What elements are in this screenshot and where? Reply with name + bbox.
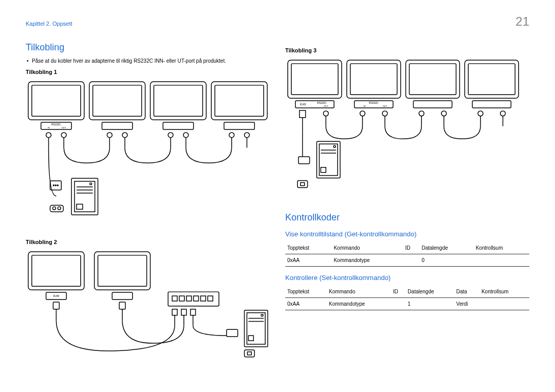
td xyxy=(391,298,406,310)
table-set-command: Topptekst Kommando ID Datalengde Data Ko… xyxy=(285,286,529,310)
td: Kommandotype xyxy=(327,298,391,310)
svg-rect-49 xyxy=(112,292,133,300)
td: 1 xyxy=(405,298,454,310)
td: 0 xyxy=(419,254,473,267)
th: Topptekst xyxy=(285,286,327,298)
th: Kommando xyxy=(327,286,391,298)
subheading-tilkobling-2: Tilkobling 2 xyxy=(26,239,270,245)
rj45-label: RJ45 xyxy=(53,295,60,297)
subheading-tilkobling-3: Tilkobling 3 xyxy=(285,47,529,53)
heading-tilkobling: Tilkobling xyxy=(26,42,270,53)
svg-rect-74 xyxy=(288,60,342,98)
svg-point-17 xyxy=(168,133,173,138)
svg-rect-0 xyxy=(28,82,84,120)
svg-rect-99 xyxy=(468,64,515,95)
svg-rect-66 xyxy=(245,310,268,347)
svg-rect-55 xyxy=(187,296,192,301)
svg-point-5 xyxy=(61,133,66,138)
svg-point-3 xyxy=(46,133,51,138)
svg-rect-108 xyxy=(319,144,338,175)
svg-rect-8 xyxy=(93,85,142,116)
heading-set-command: Kontrollere (Set-kontrollkommando) xyxy=(285,274,529,282)
svg-point-87 xyxy=(360,111,365,116)
diagram-tilkobling-2: RJ45 xyxy=(26,249,270,366)
svg-rect-63 xyxy=(191,309,196,315)
chapter-label: Kapittel 2. Oppsett xyxy=(26,21,529,27)
svg-rect-53 xyxy=(172,296,177,301)
svg-rect-7 xyxy=(89,82,145,120)
svg-text:RS232C: RS232C xyxy=(369,102,379,104)
svg-point-10 xyxy=(107,133,112,138)
svg-point-94 xyxy=(419,111,424,116)
page-number: 21 xyxy=(515,14,529,29)
svg-rect-9 xyxy=(102,122,132,129)
th: Datalengde xyxy=(419,242,473,254)
in-label: IN xyxy=(48,126,50,129)
svg-rect-77 xyxy=(300,110,306,118)
svg-point-68 xyxy=(261,314,263,316)
svg-rect-16 xyxy=(163,122,193,129)
svg-point-29 xyxy=(53,185,54,186)
port-label: RS232C xyxy=(51,123,61,126)
td: 0xAA xyxy=(285,298,327,310)
heading-kontrollkoder: Kontrollkoder xyxy=(285,212,529,223)
heading-get-command: Vise kontrolltilstand (Get-kontrollkomma… xyxy=(285,230,529,238)
svg-rect-67 xyxy=(247,313,265,344)
svg-rect-41 xyxy=(77,204,83,209)
th: Datalengde xyxy=(405,286,454,298)
svg-rect-82 xyxy=(350,64,397,95)
td: Verdi xyxy=(454,298,479,310)
diagram-tilkobling-1: RS232C IN OUT xyxy=(26,79,270,227)
rj45-label: RJ45 xyxy=(300,103,306,106)
svg-rect-45 xyxy=(53,302,59,309)
svg-rect-36 xyxy=(75,181,95,212)
svg-rect-48 xyxy=(98,255,147,286)
th: Kontrollsum xyxy=(479,286,529,298)
svg-point-79 xyxy=(323,111,328,116)
svg-rect-98 xyxy=(465,60,519,98)
svg-rect-1 xyxy=(32,85,81,116)
svg-text:OUT: OUT xyxy=(383,105,387,107)
th: ID xyxy=(403,242,419,254)
svg-point-12 xyxy=(122,133,127,138)
svg-rect-114 xyxy=(301,182,305,185)
svg-rect-43 xyxy=(32,255,81,286)
svg-point-37 xyxy=(90,183,92,185)
th: Kontrollsum xyxy=(474,242,529,254)
svg-rect-58 xyxy=(208,296,213,301)
svg-rect-15 xyxy=(154,85,202,116)
svg-rect-32 xyxy=(50,205,64,212)
content-columns: Tilkobling Påse at du kobler hver av ada… xyxy=(26,42,529,374)
svg-rect-75 xyxy=(291,64,338,95)
svg-rect-91 xyxy=(406,60,460,98)
svg-rect-107 xyxy=(317,141,340,178)
svg-point-33 xyxy=(52,207,55,210)
svg-rect-61 xyxy=(181,309,187,315)
svg-point-26 xyxy=(245,133,250,138)
td: 0xAA xyxy=(285,254,331,267)
svg-point-30 xyxy=(55,185,56,186)
td xyxy=(403,254,419,267)
svg-rect-113 xyxy=(298,180,308,188)
svg-rect-42 xyxy=(28,252,84,290)
svg-point-31 xyxy=(57,185,58,186)
svg-text:IN: IN xyxy=(363,105,365,107)
th: Data xyxy=(454,286,479,298)
th: Kommando xyxy=(331,242,403,254)
svg-rect-112 xyxy=(321,167,326,173)
svg-rect-22 xyxy=(215,85,264,116)
svg-point-19 xyxy=(183,133,189,138)
svg-point-103 xyxy=(501,111,506,116)
svg-point-101 xyxy=(478,111,483,116)
svg-rect-93 xyxy=(413,101,452,108)
subheading-tilkobling-1: Tilkobling 1 xyxy=(26,69,270,75)
out-label: OUT xyxy=(324,105,328,107)
svg-point-24 xyxy=(229,133,234,138)
svg-point-109 xyxy=(334,145,336,147)
svg-rect-54 xyxy=(179,296,184,301)
svg-point-89 xyxy=(382,111,387,116)
svg-rect-35 xyxy=(71,178,98,215)
svg-rect-100 xyxy=(472,101,511,108)
td: Kommandotype xyxy=(331,254,403,267)
svg-rect-47 xyxy=(95,252,151,290)
